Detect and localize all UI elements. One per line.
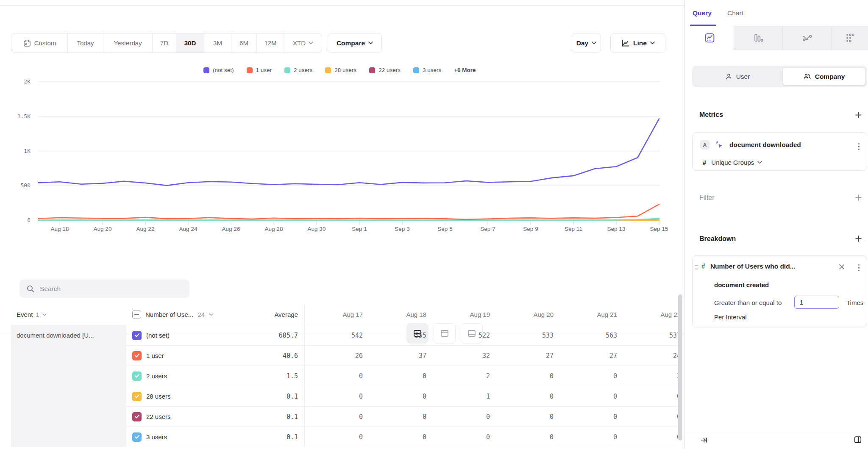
user-icon xyxy=(725,73,732,80)
range-option-yesterday[interactable]: Yesterday xyxy=(103,33,153,53)
per-interval-label: Per Interval xyxy=(714,313,747,321)
breakdown-card[interactable]: # Number of Users who did... document cr… xyxy=(692,255,867,327)
table-row[interactable]: 2 users1.5002002 xyxy=(126,366,678,386)
range-label: 3M xyxy=(213,39,222,47)
tab-query[interactable]: Query xyxy=(693,9,712,17)
times-unit-label: Times xyxy=(846,299,863,306)
entity-company-label: Company xyxy=(815,73,845,80)
date-column-header: Aug 21 xyxy=(559,311,622,318)
range-label: Today xyxy=(77,39,94,47)
aggregation-dropdown[interactable]: Unique Groups xyxy=(711,159,762,166)
range-option-3m[interactable]: 3M xyxy=(204,33,231,53)
row-average: 605.7 xyxy=(279,332,298,339)
range-option-6m[interactable]: 6M xyxy=(231,33,257,53)
check-icon xyxy=(134,414,140,419)
search-input[interactable] xyxy=(39,285,189,293)
drag-handle-icon[interactable] xyxy=(695,265,698,269)
range-option-today[interactable]: Today xyxy=(68,33,103,53)
range-option-12m[interactable]: 12M xyxy=(257,33,284,53)
chevron-down-icon xyxy=(309,42,313,44)
metric-menu-kebab-icon[interactable] xyxy=(857,142,861,151)
breakdown-menu-kebab-icon[interactable] xyxy=(857,263,861,272)
add-breakdown-button[interactable] xyxy=(854,234,863,243)
event-name-cell[interactable]: document downloaded [U... xyxy=(11,325,126,447)
row-checkbox[interactable] xyxy=(132,371,142,381)
row-group-cell: 3 users0.1 xyxy=(126,432,304,442)
row-value-cell: 533 xyxy=(495,332,559,339)
compare-button[interactable]: Compare xyxy=(328,33,382,53)
add-filter-button[interactable] xyxy=(854,193,863,202)
row-value-cell: 0 xyxy=(559,433,622,441)
property-hash-icon: # xyxy=(701,263,705,270)
search-box xyxy=(19,280,189,298)
metric-card[interactable]: A document downloaded # Unique Groups xyxy=(692,132,867,171)
x-tick-label: Aug 18 xyxy=(51,226,69,232)
chart-type-tab-line[interactable] xyxy=(685,26,734,50)
row-value-cell: 0 xyxy=(304,372,368,380)
line-chart-icon xyxy=(621,39,630,47)
table-row[interactable]: 22 users0.1000000 xyxy=(126,407,678,427)
group-header-label[interactable]: Number of Use... xyxy=(145,311,193,318)
check-icon xyxy=(134,374,140,378)
columns-icon[interactable] xyxy=(854,435,862,446)
times-value-input[interactable] xyxy=(794,296,839,309)
breakdown-condition: Greater than or equal to xyxy=(714,299,782,306)
row-value-cell: 522 xyxy=(431,332,495,339)
tab-chart[interactable]: Chart xyxy=(727,9,743,17)
event-count: 1 xyxy=(36,311,39,318)
interval-dropdown[interactable]: Day xyxy=(572,33,601,53)
range-option-30d[interactable]: 30D xyxy=(176,33,204,53)
range-option-xtd[interactable]: XTD xyxy=(284,33,322,53)
vertical-scrollbar[interactable] xyxy=(678,294,682,441)
breakdown-table: Event 1 Number of Use... 24 Average Aug … xyxy=(0,304,678,447)
x-tick-label: Aug 22 xyxy=(136,226,155,232)
date-column-header: Aug 19 xyxy=(431,311,495,318)
add-metric-button[interactable] xyxy=(854,110,863,119)
chevron-down-icon xyxy=(592,42,596,44)
row-value-cell: 0 xyxy=(431,433,495,441)
line-chart xyxy=(0,59,684,237)
row-checkbox[interactable] xyxy=(132,351,142,360)
x-tick-label: Aug 28 xyxy=(265,226,283,232)
table-row[interactable]: 3 users0.1000000 xyxy=(126,427,678,447)
row-value-cell: 0 xyxy=(431,413,495,421)
table-row[interactable]: (not set)605.7542555522533563537 xyxy=(126,325,678,346)
date-range-selector: CustomTodayYesterday7D30D3M6M12MXTD xyxy=(11,33,322,53)
collapse-panel-icon[interactable] xyxy=(700,436,708,446)
row-value-cell: 32 xyxy=(431,352,495,360)
event-column-header[interactable]: Event 1 xyxy=(11,311,126,318)
table-row[interactable]: 28 users0.1001000 xyxy=(126,386,678,407)
row-group-cell: 22 users0.1 xyxy=(126,412,304,421)
x-tick-label: Sep 3 xyxy=(395,226,409,232)
chart-type-dropdown[interactable]: Line xyxy=(610,33,665,53)
close-icon[interactable] xyxy=(839,264,845,270)
click-event-icon xyxy=(715,141,724,150)
row-value-cell: 563 xyxy=(559,332,622,339)
select-all-checkbox[interactable] xyxy=(132,310,141,319)
entity-option-company[interactable]: Company xyxy=(783,68,865,85)
row-value-cell: 1 xyxy=(431,393,495,400)
chart-type-tab-grid[interactable] xyxy=(831,26,868,50)
date-column-header: Aug 20 xyxy=(495,311,559,318)
row-average: 0.1 xyxy=(287,393,298,400)
x-tick-label: Aug 30 xyxy=(308,226,326,232)
row-value-cell: 24 xyxy=(622,352,678,360)
range-option-7d[interactable]: 7D xyxy=(153,33,176,53)
minus-icon xyxy=(134,314,139,315)
row-group-cell: 2 users1.5 xyxy=(126,371,304,381)
plus-icon xyxy=(855,235,862,242)
row-checkbox[interactable] xyxy=(132,392,142,401)
check-icon xyxy=(134,394,140,399)
row-checkbox[interactable] xyxy=(132,432,142,442)
row-value-cell: 0 xyxy=(495,433,559,441)
range-option-custom[interactable]: Custom xyxy=(11,33,68,53)
row-checkbox[interactable] xyxy=(132,412,142,421)
entity-option-user[interactable]: User xyxy=(692,66,783,87)
row-checkbox[interactable] xyxy=(132,331,142,340)
chart-type-tab-flow[interactable] xyxy=(782,26,831,50)
table-row[interactable]: 1 user40.6263732272724 xyxy=(126,346,678,366)
row-value-cell: 27 xyxy=(495,352,559,360)
flow-chart-icon xyxy=(802,33,812,43)
chart-type-tab-bar[interactable] xyxy=(734,26,782,50)
row-value-cell: 26 xyxy=(304,352,368,360)
